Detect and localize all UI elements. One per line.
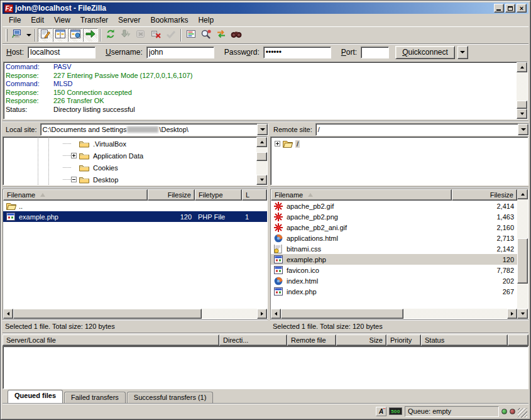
file-row-index-html[interactable]: index.html202 bbox=[271, 275, 517, 286]
menu-file[interactable]: File bbox=[4, 14, 26, 26]
column-header-l[interactable]: L bbox=[242, 189, 267, 201]
column-header-remote-file[interactable]: Remote file bbox=[287, 334, 336, 346]
file-row-favicon-ico[interactable]: favicon.ico7,782 bbox=[271, 265, 517, 275]
file-row-apache-pb2-ani-gif[interactable]: apache_pb2_ani.gif2,160 bbox=[271, 222, 517, 233]
local-list-hscrollbar[interactable] bbox=[3, 309, 267, 319]
scroll-down-button[interactable] bbox=[256, 175, 267, 185]
password-input[interactable] bbox=[263, 47, 331, 58]
scroll-up-button[interactable] bbox=[517, 62, 527, 72]
column-header-size[interactable]: Size bbox=[336, 334, 386, 346]
scrollbar-thumb[interactable] bbox=[281, 309, 403, 319]
site-manager-dropdown-button[interactable] bbox=[25, 28, 33, 42]
toggle-message-log-button[interactable] bbox=[38, 28, 53, 42]
directory-filters-button[interactable] bbox=[183, 28, 199, 42]
remote-site-combobox[interactable]: / bbox=[315, 123, 529, 136]
file-row-index-php[interactable]: index.php267 bbox=[271, 286, 517, 297]
find-files-button[interactable] bbox=[229, 28, 244, 42]
file-row-example-php[interactable]: example.php120 bbox=[271, 254, 517, 265]
scroll-up-button[interactable] bbox=[256, 137, 267, 147]
menu-server[interactable]: Server bbox=[113, 14, 145, 26]
tree-item-root[interactable]: / bbox=[271, 138, 528, 150]
column-header-server-local-file[interactable]: Server/Local file bbox=[3, 334, 219, 346]
column-header-filesize[interactable]: Filesize bbox=[452, 189, 517, 201]
file-row-apache-pb2-gif[interactable]: apache_pb2.gif2,414 bbox=[271, 201, 517, 211]
abort-transfer-button[interactable] bbox=[163, 28, 178, 42]
toolbar-grip[interactable] bbox=[6, 29, 8, 41]
filename-cell: applications.html bbox=[271, 234, 452, 243]
file-row-apache-pb2-png[interactable]: apache_pb2.png1,463 bbox=[271, 211, 517, 222]
tab-queued-files[interactable]: Queued files bbox=[8, 390, 63, 403]
file-row-applications-html[interactable]: applications.html2,713 bbox=[271, 233, 517, 243]
menu-help[interactable]: Help bbox=[193, 14, 219, 26]
file-row--[interactable]: .. bbox=[3, 201, 267, 211]
column-header-priority[interactable]: Priority bbox=[386, 334, 421, 346]
remote-list-vscrollbar[interactable] bbox=[517, 189, 528, 319]
scrollbar-thumb[interactable] bbox=[517, 238, 528, 284]
cancel-operation-button[interactable] bbox=[133, 28, 148, 42]
quickconnect-button[interactable]: Quickconnect bbox=[395, 46, 455, 59]
title-bar[interactable]: Fz john@localhost - FileZilla × bbox=[3, 3, 528, 14]
column-header-filesize[interactable]: Filesize bbox=[148, 189, 195, 201]
scroll-right-button[interactable] bbox=[507, 309, 517, 319]
minimize-button[interactable] bbox=[494, 4, 504, 13]
disconnect-button[interactable] bbox=[148, 28, 163, 42]
tree-item-cookies[interactable]: Cookies bbox=[3, 162, 256, 174]
port-input[interactable] bbox=[361, 47, 389, 58]
column-header-filetype[interactable]: Filetype bbox=[195, 189, 242, 201]
toggle-local-tree-button[interactable] bbox=[53, 28, 68, 42]
scroll-left-button[interactable] bbox=[271, 309, 281, 319]
scroll-left-button[interactable] bbox=[3, 309, 13, 319]
local-list-header: FilenameFilesizeFiletypeL bbox=[3, 189, 267, 201]
menu-view[interactable]: View bbox=[49, 14, 75, 26]
remote-site-dropdown-button[interactable] bbox=[518, 124, 528, 135]
quickconnect-dropdown-button[interactable] bbox=[457, 46, 468, 59]
toggle-remote-tree-button[interactable] bbox=[68, 28, 83, 42]
remote-list-hscrollbar[interactable] bbox=[271, 309, 517, 319]
menu-transfer[interactable]: Transfer bbox=[75, 14, 113, 26]
menu-edit[interactable]: Edit bbox=[26, 14, 49, 26]
scroll-right-button[interactable] bbox=[257, 309, 267, 319]
log-line-response: Response:150 Connection accepted bbox=[6, 89, 517, 97]
collapse-icon[interactable] bbox=[71, 177, 77, 182]
message-log-scrollbar[interactable] bbox=[517, 62, 527, 119]
column-header-status[interactable]: Status bbox=[421, 334, 508, 346]
username-input[interactable] bbox=[146, 47, 214, 58]
local-tree-scrollbar[interactable] bbox=[256, 137, 267, 185]
column-header-filename[interactable]: Filename bbox=[271, 189, 452, 201]
scrollbar-thumb[interactable] bbox=[517, 101, 527, 109]
process-queue-button[interactable] bbox=[118, 28, 133, 42]
toolbar-separator bbox=[35, 29, 36, 41]
folder-up-icon bbox=[6, 202, 17, 211]
column-header-directi-[interactable]: Directi... bbox=[219, 334, 287, 346]
column-header-blank[interactable] bbox=[508, 334, 528, 346]
file-row-bitnami-css[interactable]: bitnami.css2,142 bbox=[271, 243, 517, 254]
expand-icon[interactable] bbox=[275, 141, 280, 146]
scrollbar-thumb[interactable] bbox=[13, 309, 202, 319]
scroll-down-button[interactable] bbox=[517, 309, 528, 319]
maximize-button[interactable] bbox=[505, 4, 515, 13]
scroll-down-button[interactable] bbox=[517, 109, 527, 119]
tab-failed-transfers[interactable]: Failed transfers bbox=[64, 392, 126, 403]
local-site-combobox[interactable]: C:\Documents and Settings\Desktop\ bbox=[40, 123, 268, 136]
resize-grip[interactable] bbox=[518, 408, 527, 417]
file-row-example-php[interactable]: example.php120PHP File1 bbox=[3, 211, 267, 222]
tree-item-application-data[interactable]: Application Data bbox=[3, 150, 256, 162]
host-input[interactable] bbox=[28, 47, 96, 58]
menu-bookmarks[interactable]: Bookmarks bbox=[145, 14, 193, 26]
close-button[interactable]: × bbox=[517, 4, 527, 13]
tree-item--virtualbox[interactable]: .VirtualBox bbox=[3, 138, 256, 150]
tree-item-desktop[interactable]: Desktop bbox=[3, 174, 256, 185]
synchronized-browsing-button[interactable] bbox=[214, 28, 229, 42]
local-site-dropdown-button[interactable] bbox=[257, 124, 268, 135]
column-header-filename[interactable]: Filename bbox=[3, 189, 148, 201]
expand-icon[interactable] bbox=[71, 153, 77, 158]
refresh-button[interactable] bbox=[103, 28, 118, 42]
queue-header: Server/Local fileDirecti...Remote fileSi… bbox=[3, 334, 528, 346]
scrollbar-thumb[interactable] bbox=[256, 152, 267, 161]
scroll-up-button[interactable] bbox=[517, 189, 528, 199]
site-manager-button[interactable] bbox=[9, 28, 25, 42]
compare-directories-button[interactable] bbox=[199, 28, 214, 42]
toggle-transfer-queue-button[interactable] bbox=[83, 28, 98, 42]
triangle-up-icon bbox=[521, 193, 525, 196]
tab-successful-transfers-1-[interactable]: Successful transfers (1) bbox=[127, 392, 214, 403]
